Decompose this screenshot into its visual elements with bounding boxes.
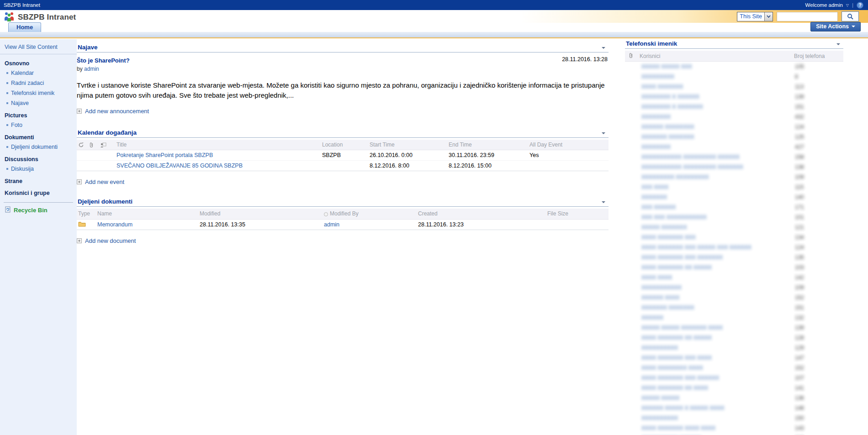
calendar-menu-button[interactable] — [600, 131, 607, 136]
phonebook-user-link[interactable]: XXXX XXXXXXX XXX XXXXXX — [641, 375, 719, 381]
sidebar-item-kalendar[interactable]: Kalendar — [0, 68, 77, 78]
phonebook-user-link[interactable]: XXXXXXXXX XXXXXXXXX — [641, 174, 709, 180]
event-link[interactable]: Pokretanje SharePoint portala SBZPB — [116, 152, 213, 158]
sidebar-item-label: Kalendar — [11, 70, 34, 76]
phonebook-row: XXXX XXXXXXX XXX XXXXXX107 — [625, 373, 843, 383]
announcements-menu-button[interactable] — [600, 45, 607, 51]
phonebook-user-link[interactable]: XXXX XXXXXXX XXXX XXXX — [641, 425, 715, 431]
event-link[interactable]: SVEČANO OBILJEŽAVANJE 85 GODINA SBZPB — [116, 162, 243, 169]
add-new-announcement-link[interactable]: Add new announcement — [77, 108, 609, 115]
phonebook-user-link[interactable]: XXXXX XXXXX XXXXXXX XXXX — [641, 325, 723, 331]
phonebook-user-link[interactable]: XXXXXXX — [641, 194, 667, 200]
phonebook-row: XXXXXX XXXX152 — [625, 293, 843, 303]
phonebook-user-link[interactable]: XXXX XXXXXXX XXX — [641, 234, 696, 241]
bullet-icon — [6, 82, 8, 84]
site-actions-button[interactable]: Site Actions — [810, 22, 861, 31]
phonebook-user-link[interactable]: XXXX XXXXXXX XX XXXX — [641, 385, 708, 391]
phonebook-user-link[interactable]: XXXXXXXXXXX XXXXXXXXX XXXXXXX — [641, 164, 743, 170]
phonebook-user-link[interactable]: XXXXX XXXXXXX — [641, 224, 687, 231]
phonebook-user-link[interactable]: XXX XXXXXX — [641, 204, 676, 210]
phonebook-user-link[interactable]: XXXX XXXX — [641, 274, 672, 281]
bullet-icon — [6, 72, 8, 74]
phonebook-number: 171 — [795, 204, 804, 210]
sidebar-item-foto[interactable]: Foto — [0, 120, 77, 130]
webpart-phonebook: Telefonski imenik Korisnici Broj telefon… — [625, 39, 843, 435]
phonebook-user-link[interactable]: XXXXX XXXXX XXX — [641, 63, 692, 70]
scope-dropdown-icon[interactable] — [764, 12, 773, 21]
tab-home[interactable]: Home — [8, 22, 41, 32]
cell-start-time: 8.12.2016. 8:00 — [368, 161, 447, 171]
welcome-chevron-icon[interactable]: ▽ — [846, 3, 849, 7]
phonebook-user-link[interactable]: XXXXX XXXXX — [641, 395, 679, 401]
cell-file-size — [546, 219, 609, 230]
phonebook-user-link[interactable]: XXXXXX XXXXX X XXXXX XXXX — [641, 405, 724, 411]
phonebook-user-link[interactable]: XXXX XXXXXXX XXX XXXX — [641, 355, 712, 361]
phonebook-user-link[interactable]: XXX XXX XXXXXXXXXXX — [641, 214, 707, 220]
search-input[interactable] — [777, 12, 838, 21]
phonebook-user-link[interactable]: XXXXXXXXXXX — [641, 284, 682, 291]
sidebar-item-telefonski-imenik[interactable]: Telefonski imenik — [0, 88, 77, 98]
site-title: SBZPB Intranet — [18, 13, 76, 22]
search-button[interactable] — [842, 11, 859, 21]
phonebook-user-link[interactable]: XXXXXXXXXX — [641, 345, 678, 351]
welcome-menu[interactable]: Welcome admin — [805, 2, 843, 8]
phonebook-menu-button[interactable] — [835, 42, 842, 47]
phonebook-row: XXXXXXXXX XXXXXXXXX109 — [625, 172, 843, 182]
phonebook-user-link[interactable]: XXXXXX — [641, 314, 663, 321]
webpart-menu-arrow-icon — [602, 132, 605, 134]
bullet-icon — [6, 168, 8, 170]
sidebar-section-strane[interactable]: Strane — [0, 174, 77, 186]
phonebook-number: 125 — [795, 134, 804, 140]
announcement-author-link[interactable]: admin — [84, 66, 99, 72]
announcement-link[interactable]: Što je SharePoint? — [77, 57, 130, 64]
document-link[interactable]: Memorandum — [97, 221, 132, 228]
phonebook-user-link[interactable]: XXXXXXXXX — [641, 73, 674, 80]
cell-modified-by: admin — [323, 219, 417, 230]
phonebook-user-link[interactable]: XXXXXXXX X XXXXXXX — [641, 104, 703, 110]
phonebook-user-link[interactable]: XXXX XXXXXXX XX XXXXX — [641, 264, 712, 271]
sidebar-section-dokumenti[interactable]: Dokumenti — [0, 130, 77, 142]
sidebar-item-najave[interactable]: Najave — [0, 98, 77, 108]
phonebook-user-link[interactable]: XXXXXXX XXXXXXX — [641, 134, 694, 140]
phonebook-user-link[interactable]: XXXXXX XXXX — [641, 294, 679, 301]
add-new-event-link[interactable]: Add new event — [77, 178, 609, 185]
phonebook-row: XXXX XXXXXXX XX XXXXX128 — [625, 333, 843, 343]
phonebook-user-link[interactable]: XXXX XXXXXXX — [641, 84, 683, 90]
phonebook-user-link[interactable]: XXXX XXXXXXXX XXXX — [641, 365, 703, 371]
documents-menu-button[interactable] — [600, 199, 607, 205]
cell-location — [321, 161, 368, 171]
sidebar-section-pictures[interactable]: Pictures — [0, 108, 77, 120]
phonebook-user-link[interactable]: XXXX XXXXXXX XXX XXXXXXX — [641, 254, 723, 261]
sidebar-item-recycle-bin[interactable]: Recycle Bin — [0, 203, 77, 218]
sidebar-item-djeljeni-dokumenti[interactable]: Djeljeni dokumenti — [0, 142, 77, 152]
phonebook-number: 101 — [795, 214, 804, 220]
phonebook-user-link[interactable]: XXXXXXXXXXX XXXXXXXXX XXXXXX — [641, 154, 740, 160]
phonebook-user-link[interactable]: XXXXXX XXXXXXXX — [641, 124, 694, 130]
phonebook-user-link[interactable]: XXXXXXX XXXXXXX — [641, 304, 694, 311]
sidebar-item-diskusija[interactable]: Diskusija — [0, 164, 77, 174]
add-new-document-link[interactable]: Add new document — [77, 237, 609, 244]
phonebook-number: 148 — [795, 405, 804, 411]
sidebar-section-discussions[interactable]: Discussions — [0, 152, 77, 164]
phonebook-user-link[interactable]: XXXX XXXXXXX XXX XXXXX XXX XXXXXX — [641, 244, 752, 251]
phonebook-user-link[interactable]: XXXXXXXX — [641, 144, 671, 150]
sidebar-section-osnovno[interactable]: Osnovno — [0, 56, 77, 68]
phonebook-user-link[interactable]: XXXXXXXX X XXXXXX — [641, 94, 699, 100]
documents-table: Type Name Modified Modified By Created F… — [77, 209, 609, 230]
phonebook-user-link[interactable]: XXX XXXX — [641, 184, 668, 190]
search-scope-select[interactable]: This Site — [737, 12, 773, 21]
sidebar-section-korisnici-i-grupe[interactable]: Korisnici i grupe — [0, 186, 77, 198]
column-modified: Modified — [198, 209, 323, 219]
phonebook-user-link[interactable]: XXXX XXXXXXX XX XXXXX — [641, 335, 712, 341]
phonebook-user-link[interactable]: XXXXXXXX — [641, 114, 671, 120]
modified-by-link[interactable]: admin — [324, 221, 339, 228]
help-icon[interactable]: ? — [857, 2, 863, 9]
phonebook-number: 432 — [795, 114, 804, 120]
cell-title: Pokretanje SharePoint portala SBZPB — [115, 150, 321, 161]
add-new-document-label: Add new document — [85, 237, 136, 244]
title-band — [0, 32, 868, 38]
column-start-time: Start Time — [368, 140, 447, 150]
view-all-site-content-link[interactable]: View All Site Content — [0, 39, 77, 54]
phonebook-user-link[interactable]: XXXXXXXXXX — [641, 415, 678, 421]
sidebar-item-radni-zadaci[interactable]: Radni zadaci — [0, 78, 77, 88]
